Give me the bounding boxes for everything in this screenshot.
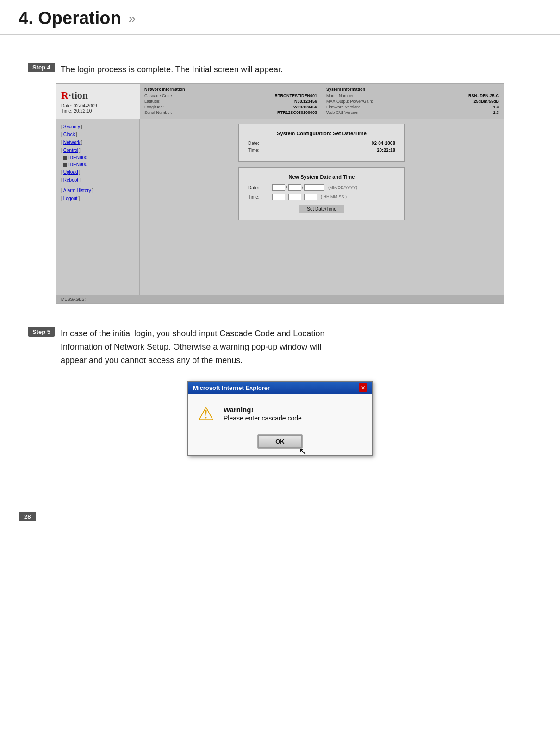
page-number: 28: [19, 512, 36, 521]
page-number-area: 28: [0, 507, 560, 526]
ie-titlebar: Microsoft Internet Explorer ✕: [188, 382, 372, 394]
date-value: 02-04-2009: [74, 103, 97, 108]
set-datetime-button[interactable]: Set Date/Time: [299, 205, 344, 213]
sys-row-0: Model Number: RSN-IDEN-25-C: [326, 94, 499, 98]
sidebar-item-logout[interactable]: [ Logout ]: [56, 195, 139, 202]
new-time-label: Time:: [248, 195, 271, 200]
warning-icon: ⚠: [198, 403, 214, 424]
current-date-value: 02-04-2008: [372, 141, 395, 146]
net-row-3: Serial Number: RTR12SC030100003: [144, 110, 317, 115]
step5-section: Step 5 In case of the initial login, you…: [28, 327, 532, 456]
sidebar-item-reboot[interactable]: [ Reboot ]: [56, 176, 139, 184]
checkbox-icon-iden900: [63, 163, 67, 167]
new-date-label: Date:: [248, 185, 271, 190]
ie-warning-title: Warning!: [224, 406, 302, 414]
new-time-hh-input[interactable]: [272, 194, 285, 200]
sys-row-3: Web GUI Version: 1.3: [326, 110, 499, 115]
ui-new-date-row: Date: / / (MM/DD/YYYY): [248, 184, 395, 191]
net-row-2: Longitude: W99.123456: [144, 105, 317, 109]
sidebar-item-network[interactable]: [ Network ]: [56, 138, 139, 146]
page-title: 4. Operation: [19, 8, 121, 28]
net-row-0: Cascade Code: RTRONTESTIDEN001: [144, 94, 317, 98]
ui-logo-area: R·tion Date: 02-04-2009 Time: 20:22:10: [56, 84, 140, 119]
messages-label: MESSAGES:: [61, 297, 86, 301]
page-header: 4. Operation »: [0, 0, 560, 35]
ie-title-text: Microsoft Internet Explorer: [193, 384, 270, 391]
ie-dialog-footer: OK ↖: [188, 431, 372, 455]
ui-new-datetime-section: New System Date and Time Date: / / (MM/D…: [238, 167, 405, 220]
network-info-panel: Network Information Cascade Code: RTRONT…: [140, 84, 322, 119]
sidebar-item-iden900[interactable]: IDEN900: [56, 161, 139, 168]
ui-logo: R·tion: [61, 89, 135, 101]
new-date-mm-input[interactable]: [272, 184, 285, 191]
ie-warning-msg: Please enter cascade code: [224, 414, 302, 422]
current-time-value: 20:22:18: [377, 148, 395, 153]
ui-new-time-row: Time: : : ( HH:MM:SS ): [248, 194, 395, 200]
ie-dialog-body: ⚠ Warning! Please enter cascade code: [188, 394, 372, 431]
ui-content-area: System Configuration: Set Date/Time Date…: [140, 119, 504, 295]
ui-messages-bar: MESSAGES:: [56, 295, 504, 303]
sidebar-item-iden800[interactable]: IDEN800: [56, 154, 139, 161]
ui-form-title: System Configuration: Set Date/Time: [248, 131, 395, 136]
sys-row-1: MAX Output Power/Gain: 25dBm/55dB: [326, 99, 499, 104]
system-info-title: System Information: [326, 87, 499, 92]
new-date-yyyy-input[interactable]: [304, 184, 324, 191]
step5-text: In case of the initial login, you should…: [61, 327, 324, 367]
network-info-title: Network Information: [144, 87, 317, 92]
page-content: Step 4 The login process is complete. Th…: [0, 35, 560, 479]
new-date-dd-input[interactable]: [288, 184, 301, 191]
net-row-1: Latitude: N38.123456: [144, 99, 317, 104]
ui-sidebar: [ Security ] [ Clock ] [ Network ]: [56, 119, 140, 295]
chevron-icon: »: [129, 11, 136, 26]
step5-badge: Step 5: [28, 327, 55, 337]
sidebar-item-alarm-history[interactable]: [ Alarm History ]: [56, 187, 139, 195]
ie-dialog: Microsoft Internet Explorer ✕ ⚠ Warning!…: [187, 381, 373, 456]
ui-new-section-title: New System Date and Time: [248, 174, 395, 180]
ui-topbar: R·tion Date: 02-04-2009 Time: 20:22:10 N…: [56, 84, 504, 119]
ui-current-datetime-box: System Configuration: Set Date/Time Date…: [238, 124, 405, 162]
step4-row: Step 4 The login process is complete. Th…: [28, 63, 532, 76]
current-date-label: Date:: [248, 141, 259, 146]
ie-warning-text: Warning! Please enter cascade code: [224, 406, 302, 422]
date-label: Date:: [61, 103, 72, 108]
sidebar-item-security[interactable]: [ Security ]: [56, 123, 139, 131]
ui-date-time: Date: 02-04-2009 Time: 20:22:10: [61, 103, 135, 113]
ui-main: [ Security ] [ Clock ] [ Network ]: [56, 119, 504, 295]
ie-ok-btn-wrap: OK ↖: [258, 435, 302, 448]
ie-dialog-wrap: Microsoft Internet Explorer ✕ ⚠ Warning!…: [28, 381, 532, 456]
new-time-mm-input[interactable]: [288, 194, 301, 200]
time-label: Time:: [61, 108, 73, 113]
sys-row-2: Firmware Version: 1.3: [326, 105, 499, 109]
ie-close-button[interactable]: ✕: [359, 383, 367, 392]
ui-simulation: R·tion Date: 02-04-2009 Time: 20:22:10 N…: [56, 84, 504, 303]
system-info-panel: System Information Model Number: RSN-IDE…: [322, 84, 504, 119]
checkbox-icon-iden800: [63, 156, 67, 160]
step4-badge: Step 4: [28, 63, 55, 72]
ui-current-time-row: Time: 20:22:18: [248, 148, 395, 153]
time-hint: ( HH:MM:SS ): [321, 195, 347, 199]
step4-text: The login process is complete. The Initi…: [61, 63, 283, 76]
step5-row: Step 5 In case of the initial login, you…: [28, 327, 532, 367]
cursor-icon: ↖: [299, 446, 307, 458]
date-hint: (MM/DD/YYYY): [328, 185, 357, 190]
sidebar-item-clock[interactable]: [ Clock ]: [56, 131, 139, 138]
ui-screenshot: R·tion Date: 02-04-2009 Time: 20:22:10 N…: [56, 83, 504, 304]
ie-ok-button[interactable]: OK: [258, 435, 302, 448]
sidebar-item-upload[interactable]: [ Upload ]: [56, 168, 139, 176]
time-value: 20:22:10: [74, 108, 92, 113]
ui-current-date-row: Date: 02-04-2008: [248, 141, 395, 146]
sidebar-item-control[interactable]: [ Control ]: [56, 146, 139, 154]
current-time-label: Time:: [248, 148, 260, 153]
new-time-ss-input[interactable]: [304, 194, 317, 200]
